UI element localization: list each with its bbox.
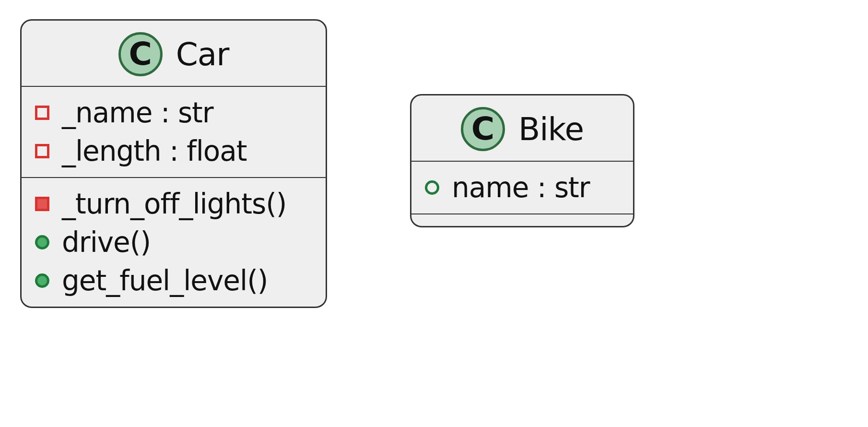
class-header: C Car: [22, 21, 326, 87]
class-badge-letter: C: [471, 113, 494, 145]
attribute-text: _length : float: [62, 135, 247, 167]
attribute-text: name : str: [452, 171, 590, 204]
protected-attribute-icon: [35, 106, 49, 120]
public-method-icon: [35, 235, 49, 249]
class-icon: C: [461, 107, 505, 151]
protected-method-icon: [35, 197, 49, 211]
public-attribute-icon: [425, 180, 439, 195]
method-row: drive(): [35, 223, 312, 261]
attributes-section: name : str: [411, 162, 633, 214]
method-text: get_fuel_level(): [62, 264, 268, 297]
method-text: _turn_off_lights(): [62, 188, 286, 220]
class-name: Bike: [518, 111, 584, 148]
class-name: Car: [176, 36, 229, 73]
method-row: _turn_off_lights(): [35, 185, 312, 223]
methods-section: _turn_off_lights() drive() get_fuel_leve…: [22, 178, 326, 307]
methods-section-empty: [411, 214, 633, 226]
public-method-icon: [35, 273, 49, 288]
class-badge-letter: C: [129, 38, 152, 70]
method-row: get_fuel_level(): [35, 261, 312, 300]
attribute-row: name : str: [425, 168, 620, 207]
method-text: drive(): [62, 226, 151, 259]
attribute-row: _name : str: [35, 94, 312, 132]
class-box-car: C Car _name : str _length : float _turn_…: [20, 19, 327, 308]
attribute-text: _name : str: [62, 96, 213, 129]
attribute-row: _length : float: [35, 132, 312, 170]
attributes-section: _name : str _length : float: [22, 87, 326, 178]
class-icon: C: [118, 32, 163, 76]
class-box-bike: C Bike name : str: [410, 94, 634, 227]
class-header: C Bike: [411, 95, 633, 162]
protected-attribute-icon: [35, 144, 49, 158]
